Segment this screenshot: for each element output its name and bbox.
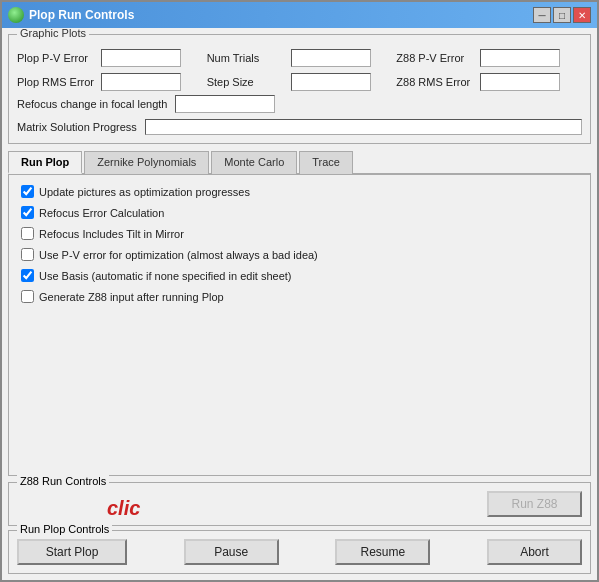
tab-run-plop[interactable]: Run Plop (8, 151, 82, 174)
pause-button[interactable]: Pause (184, 539, 279, 565)
z88-pv-row: Z88 P-V Error (396, 49, 582, 67)
checkbox-refocus-error[interactable] (21, 206, 34, 219)
num-trials-label: Num Trials (207, 52, 287, 64)
z88-run-controls-group: Z88 Run Controls Run Z88 (8, 482, 591, 526)
checkbox-refocus-tilt-label: Refocus Includes Tilt in Mirror (39, 228, 184, 240)
checkbox-generate-z88-label: Generate Z88 input after running Plop (39, 291, 224, 303)
plop-pv-input[interactable] (101, 49, 181, 67)
plop-rms-input[interactable] (101, 73, 181, 91)
refocus-label: Refocus change in focal length (17, 98, 167, 110)
checkbox-row-1: Update pictures as optimization progress… (21, 185, 578, 198)
z88-rms-row: Z88 RMS Error (396, 73, 582, 91)
title-bar: Plop Run Controls ─ □ ✕ (2, 2, 597, 28)
checkbox-row-3: Refocus Includes Tilt in Mirror (21, 227, 578, 240)
close-button[interactable]: ✕ (573, 7, 591, 23)
checkbox-row-4: Use P-V error for optimization (almost a… (21, 248, 578, 261)
main-content: Graphic Plots Plop P-V Error Num Trials … (2, 28, 597, 580)
plop-pv-label: Plop P-V Error (17, 52, 97, 64)
z88-group-title: Z88 Run Controls (17, 475, 109, 487)
window-title: Plop Run Controls (29, 8, 134, 22)
checkbox-use-basis[interactable] (21, 269, 34, 282)
checkbox-refocus-error-label: Refocus Error Calculation (39, 207, 164, 219)
run-plop-inner: clic Start Plop Pause Resume Abort (17, 539, 582, 565)
step-size-label: Step Size (207, 76, 287, 88)
checkbox-row-6: Generate Z88 input after running Plop (21, 290, 578, 303)
checkbox-pv-error[interactable] (21, 248, 34, 261)
checkbox-use-basis-label: Use Basis (automatic if none specified i… (39, 270, 292, 282)
resume-button[interactable]: Resume (335, 539, 430, 565)
main-window: Plop Run Controls ─ □ ✕ Graphic Plots Pl… (0, 0, 599, 582)
tab-monte-carlo[interactable]: Monte Carlo (211, 151, 297, 174)
app-icon (8, 7, 24, 23)
num-trials-input[interactable] (291, 49, 371, 67)
z88-pv-label: Z88 P-V Error (396, 52, 476, 64)
minimize-button[interactable]: ─ (533, 7, 551, 23)
refocus-row: Refocus change in focal length (17, 95, 582, 113)
num-trials-row: Num Trials (207, 49, 393, 67)
bottom-area: Z88 Run Controls Run Z88 Run Plop Contro… (8, 482, 591, 574)
run-plop-group-title: Run Plop Controls (17, 523, 112, 535)
z88-rms-input[interactable] (480, 73, 560, 91)
tab-content-run-plop: Update pictures as optimization progress… (8, 175, 591, 476)
checkbox-update-pictures-label: Update pictures as optimization progress… (39, 186, 250, 198)
plop-rms-row: Plop RMS Error (17, 73, 203, 91)
graphic-plots-group: Graphic Plots Plop P-V Error Num Trials … (8, 34, 591, 144)
z88-pv-input[interactable] (480, 49, 560, 67)
matrix-progress-bar (145, 119, 582, 135)
checkbox-row-5: Use Basis (automatic if none specified i… (21, 269, 578, 282)
matrix-label: Matrix Solution Progress (17, 121, 137, 133)
tab-trace[interactable]: Trace (299, 151, 353, 174)
step-size-row: Step Size (207, 73, 393, 91)
run-plop-controls-group: Run Plop Controls clic Start Plop Pause … (8, 530, 591, 574)
run-z88-button[interactable]: Run Z88 (487, 491, 582, 517)
plop-pv-row: Plop P-V Error (17, 49, 203, 67)
plots-form-grid: Plop P-V Error Num Trials Z88 P-V Error … (17, 49, 582, 91)
checkbox-update-pictures[interactable] (21, 185, 34, 198)
maximize-button[interactable]: □ (553, 7, 571, 23)
tabs-container: Run Plop Zernike Polynomials Monte Carlo… (8, 150, 591, 476)
abort-button[interactable]: Abort (487, 539, 582, 565)
checkbox-generate-z88[interactable] (21, 290, 34, 303)
checkbox-pv-error-label: Use P-V error for optimization (almost a… (39, 249, 318, 261)
matrix-progress-row: Matrix Solution Progress (17, 119, 582, 135)
tab-bar: Run Plop Zernike Polynomials Monte Carlo… (8, 150, 591, 175)
z88-rms-label: Z88 RMS Error (396, 76, 476, 88)
checkbox-row-2: Refocus Error Calculation (21, 206, 578, 219)
step-size-input[interactable] (291, 73, 371, 91)
start-plop-button[interactable]: Start Plop (17, 539, 127, 565)
graphic-plots-title: Graphic Plots (17, 28, 89, 39)
plop-rms-label: Plop RMS Error (17, 76, 97, 88)
checkbox-refocus-tilt[interactable] (21, 227, 34, 240)
tab-zernike[interactable]: Zernike Polynomials (84, 151, 209, 174)
refocus-input[interactable] (175, 95, 275, 113)
z88-inner: Run Z88 (17, 491, 582, 517)
